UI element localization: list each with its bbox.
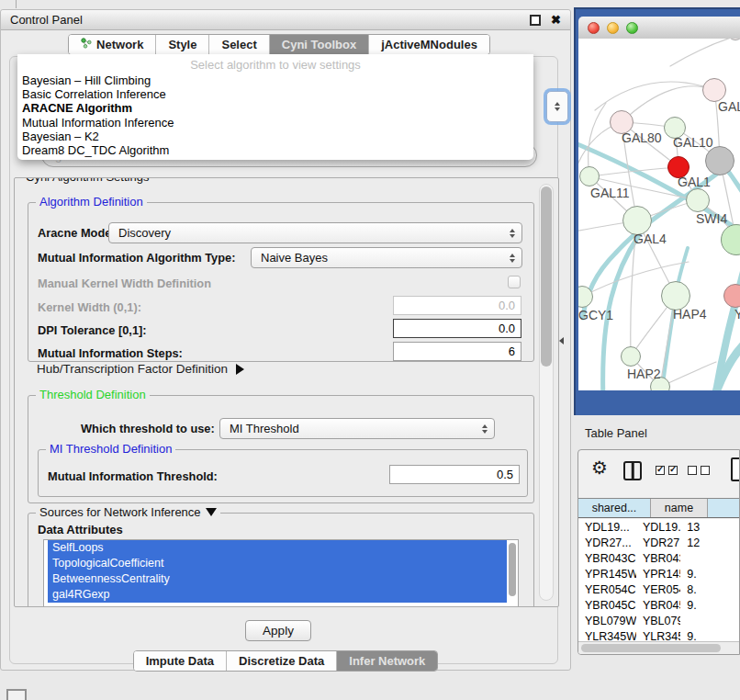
tab-discretize-data[interactable]: Discretize Data	[227, 651, 337, 671]
table-cell: YLR345W	[578, 630, 636, 643]
table-row[interactable]: YDR27...YDR27...12	[578, 535, 739, 550]
column-header-a[interactable]: A	[708, 499, 740, 517]
split-pane-collapse-icon[interactable]	[559, 337, 564, 344]
select-all-checkboxes-icon[interactable]	[656, 466, 678, 475]
which-threshold-value: MI Threshold	[230, 422, 299, 435]
node-label-gal: GAL	[718, 99, 740, 114]
table-row[interactable]: YBL079WYBL079W	[578, 613, 739, 628]
attribute-item-betweennesscentrality[interactable]: BetweennessCentrality	[48, 571, 507, 587]
attribute-item-gal4rgexp[interactable]: gal4RGexp	[48, 587, 507, 603]
dropdown-item-bayesian-k2[interactable]: Bayesian – K2	[17, 130, 533, 143]
tab-infer-network[interactable]: Infer Network	[337, 651, 437, 671]
mi-steps-field[interactable]: 6	[393, 342, 521, 361]
data-attributes-list[interactable]: SelfLoopsTopologicalCoefficientBetweenne…	[43, 539, 519, 607]
hub-definition-label: Hub/Transcription Factor Definition	[37, 362, 228, 376]
kernel-width-field[interactable]: 0.0	[393, 296, 521, 315]
table-cell: YDR27...	[636, 536, 680, 549]
stepper-icon	[510, 223, 515, 243]
dropdown-item-dream8-dc-tdc-algorithm[interactable]: Dream8 DC_TDC Algorithm	[17, 143, 533, 157]
tab-network[interactable]: Network	[69, 35, 156, 54]
dropdown-item-bayesian-hill-climbing[interactable]: Bayesian – Hill Climbing	[17, 73, 533, 87]
control-panel-window: Control Panel ✖ NetworkStyleSelectCyni T…	[0, 9, 571, 671]
network-window-titlebar[interactable]	[578, 17, 740, 40]
network-node[interactable]	[705, 146, 734, 175]
table-cell: YDL19...	[636, 521, 680, 534]
tab-segment-group: NetworkStyleSelectCyni ToolboxjActiveMNo…	[68, 34, 490, 55]
tab-style[interactable]: Style	[156, 35, 209, 54]
inference-algorithm-combobox-edge[interactable]	[546, 91, 568, 122]
apply-button[interactable]: Apply	[245, 620, 311, 641]
table-cell: YLR345W	[636, 630, 680, 643]
tab-label: Impute Data	[146, 654, 214, 668]
network-node[interactable]	[686, 188, 710, 212]
dock-panel-icon[interactable]	[6, 689, 27, 700]
tab-jactivemnodules[interactable]: jActiveMNodules	[369, 35, 489, 54]
which-threshold-combobox[interactable]: MI Threshold	[219, 418, 495, 439]
network-canvas[interactable]: GALGAL80GAL10GAL11GAL1SWI4GAL4GCY1HAP4YH…	[578, 39, 740, 390]
algorithm-definition-title: Algorithm Definition	[36, 195, 147, 209]
network-node[interactable]	[621, 346, 641, 367]
table-row[interactable]: YDL19...YDL19...13	[578, 519, 739, 535]
tab-impute-data[interactable]: Impute Data	[134, 651, 227, 671]
gear-icon[interactable]: ⚙	[591, 458, 608, 477]
column-header-shared[interactable]: shared...	[578, 499, 651, 517]
network-view-window: GALGAL80GAL10GAL11GAL1SWI4GAL4GCY1HAP4YH…	[574, 7, 740, 415]
table-hscroll-thumb[interactable]	[581, 644, 721, 652]
table-cell: YER054C	[636, 583, 680, 596]
hub-definition-expander[interactable]: Hub/Transcription Factor Definition	[37, 362, 244, 376]
algorithm-dropdown-placeholder: Select algorithm to view settings	[17, 58, 533, 73]
dpi-tolerance-value: 0.0	[499, 322, 515, 335]
close-icon[interactable]: ✖	[551, 14, 561, 26]
settings-scrollbar[interactable]	[539, 184, 554, 601]
dropdown-item-aracne-algorithm[interactable]: ARACNE Algorithm	[17, 101, 533, 115]
table-cell: YBL079W	[636, 615, 680, 627]
table-cell: 9.	[680, 630, 739, 643]
titlebar-icons: ✖	[530, 14, 561, 26]
kernel-width-label: Kernel Width (0,1):	[38, 300, 141, 314]
attribute-item-topologicalcoefficient[interactable]: TopologicalCoefficient	[48, 556, 507, 571]
sources-group-title-text: Sources for Network Inference	[39, 505, 201, 519]
deselect-all-checkboxes-icon[interactable]	[688, 466, 710, 475]
table-row[interactable]: YER054CYER054C8.	[578, 581, 739, 597]
bottom-tab-segment-group: Impute DataDiscretize DataInfer Network	[133, 650, 439, 672]
column-layout-icon[interactable]	[623, 461, 642, 480]
column-header-name[interactable]: name	[651, 499, 708, 517]
minimize-traffic-icon[interactable]	[607, 22, 619, 34]
aracne-mode-value: Discovery	[118, 226, 171, 240]
tab-label: Discretize Data	[239, 654, 324, 668]
mi-type-label: Mutual Information Algorithm Type:	[38, 251, 235, 265]
aracne-mode-combobox[interactable]: Discovery	[108, 222, 522, 243]
close-traffic-icon[interactable]	[588, 22, 600, 34]
tab-select[interactable]: Select	[209, 35, 269, 54]
dpi-tolerance-field[interactable]: 0.0	[393, 319, 521, 338]
tab-cyni-toolbox[interactable]: Cyni Toolbox	[270, 35, 369, 54]
tab-label: Select	[221, 38, 256, 51]
table-horizontal-scrollbar[interactable]	[578, 641, 739, 654]
collapse-down-icon[interactable]	[206, 508, 217, 516]
algorithm-definition-group: Algorithm Definition Aracne Mode: Discov…	[28, 202, 534, 362]
table-header-row: shared...nameA	[578, 498, 740, 518]
node-label-gal11: GAL11	[590, 186, 630, 200]
manual-kernel-checkbox[interactable]	[508, 276, 521, 288]
table-cell: YDL19...	[578, 521, 636, 534]
table-row[interactable]: YPR145WYPR145W9.	[578, 566, 739, 581]
table-row[interactable]: YBR043CYBR043C	[578, 550, 739, 566]
mi-type-combobox[interactable]: Naive Bayes	[251, 247, 522, 268]
node-label-hap2: HAP2	[627, 367, 661, 381]
network-edge	[622, 86, 714, 122]
list-scrollbar-thumb[interactable]	[509, 543, 516, 596]
float-window-icon[interactable]	[530, 15, 541, 26]
network-node[interactable]	[579, 166, 600, 186]
network-edge	[589, 103, 606, 176]
table-cell: YBL079W	[578, 615, 636, 627]
dropdown-item-basic-correlation-inference[interactable]: Basic Correlation Inference	[17, 87, 533, 101]
dropdown-item-mutual-information-inference[interactable]: Mutual Information Inference	[17, 116, 533, 130]
export-table-icon[interactable]	[731, 457, 740, 481]
table-row[interactable]: YBR045CYBR045C9.	[578, 597, 739, 613]
attribute-item-selfloops[interactable]: SelfLoops	[48, 540, 507, 556]
settings-scrollbar-thumb[interactable]	[541, 186, 552, 367]
mi-threshold-field[interactable]: 0.5	[389, 465, 520, 484]
zoom-traffic-icon[interactable]	[626, 22, 638, 34]
table-row[interactable]: YLR345WYLR345W9.	[578, 628, 739, 642]
node-label-gal80: GAL80	[622, 130, 662, 145]
